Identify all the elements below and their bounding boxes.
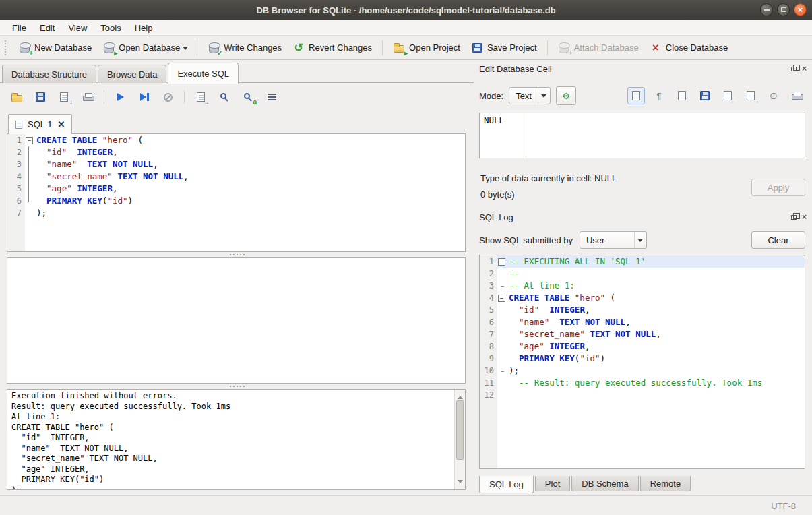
log-filter-combo[interactable]: User xyxy=(580,231,647,249)
cell-editor[interactable]: NULL xyxy=(479,113,805,158)
set-null-button[interactable]: ∅ xyxy=(765,87,782,104)
tab-remote[interactable]: Remote xyxy=(640,476,691,491)
line-number: 5 xyxy=(480,304,497,316)
import-cell-button[interactable]: ← xyxy=(719,87,737,104)
mode-combo[interactable]: Text xyxy=(509,87,551,104)
maximize-button[interactable] xyxy=(777,3,790,16)
chevron-down-icon xyxy=(541,94,546,100)
save-sql-file-button[interactable] xyxy=(32,88,49,106)
fold-guide xyxy=(497,280,506,292)
open-project-button[interactable]: ▸ Open Project xyxy=(387,39,466,57)
code-line: 12 xyxy=(480,389,805,401)
execute-line-button[interactable] xyxy=(135,88,153,106)
save-cell-button[interactable] xyxy=(696,87,714,104)
save-project-button[interactable]: Save Project xyxy=(466,39,542,57)
close-database-button[interactable]: × Close Database xyxy=(644,39,734,57)
sql-editor-code[interactable]: 1CREATE TABLE "hero" (2 "id" INTEGER,3 "… xyxy=(7,134,465,251)
menu-file[interactable]: File xyxy=(5,21,33,35)
execute-all-icon xyxy=(117,93,124,101)
fold-marker-icon[interactable] xyxy=(497,255,506,268)
tab-sql-log[interactable]: SQL Log xyxy=(479,476,534,493)
main-tabbar: Database Structure Browse Data Execute S… xyxy=(2,62,240,83)
tab-plot[interactable]: Plot xyxy=(535,476,570,491)
line-number: 1 xyxy=(7,134,25,146)
open-database-dropdown[interactable] xyxy=(183,47,188,53)
sql-editor[interactable]: 1CREATE TABLE "hero" (2 "id" INTEGER,3 "… xyxy=(7,133,466,252)
sql-tab-1[interactable]: SQL 1 ✕ xyxy=(8,114,72,134)
edit-preferences-button[interactable]: ⚙ xyxy=(556,86,576,105)
fold-guide xyxy=(25,171,34,183)
code-text: -- At line 1: xyxy=(506,280,805,292)
print-cell-button[interactable] xyxy=(788,87,805,104)
combo-arrow-area xyxy=(538,88,550,104)
save-icon xyxy=(700,91,710,100)
execution-log-pane[interactable]: Execution finished without errors. Resul… xyxy=(7,389,466,490)
export-cell-button[interactable]: → xyxy=(742,87,759,104)
tab-execute-sql[interactable]: Execute SQL xyxy=(168,63,239,84)
dock-float-icon[interactable] xyxy=(791,215,797,220)
dock-float-icon[interactable] xyxy=(791,67,797,71)
menu-edit[interactable]: Edit xyxy=(33,21,61,35)
code-line: 1-- EXECUTING ALL IN 'SQL 1' xyxy=(480,255,805,268)
code-text: -- EXECUTING ALL IN 'SQL 1' xyxy=(506,255,805,268)
save-project-icon xyxy=(471,42,483,54)
execute-all-button[interactable] xyxy=(112,88,129,106)
splitter-grid-log[interactable] xyxy=(7,384,466,389)
line-number: 12 xyxy=(480,389,497,401)
save-sql-file-as-button[interactable]: ↓ xyxy=(55,88,73,106)
stop-execution-button[interactable] xyxy=(159,88,177,106)
new-database-button[interactable]: + New Database xyxy=(13,39,97,57)
fold-guide xyxy=(25,207,34,219)
line-number: 4 xyxy=(480,292,497,304)
dock-close-icon[interactable]: × xyxy=(802,213,807,221)
toolbar-handle[interactable] xyxy=(5,40,7,55)
clear-log-button[interactable]: Clear xyxy=(751,231,805,249)
tab-db-schema[interactable]: DB Schema xyxy=(571,476,638,491)
revert-changes-button[interactable]: ↺ Revert Changes xyxy=(287,39,377,57)
copy-cell-button[interactable] xyxy=(673,87,691,104)
menu-tools[interactable]: Tools xyxy=(94,21,127,35)
auto-format-button[interactable] xyxy=(263,88,280,106)
close-window-button[interactable]: × xyxy=(794,3,807,16)
chevron-down-icon xyxy=(637,239,643,245)
scroll-down-icon[interactable] xyxy=(458,480,463,486)
results-grid[interactable] xyxy=(7,258,466,384)
sql-toolbar-separator xyxy=(104,90,104,104)
tab-browse-data[interactable]: Browse Data xyxy=(98,65,166,83)
set-null-icon: ∅ xyxy=(770,92,777,100)
tab-close-icon[interactable]: ✕ xyxy=(57,119,65,129)
find-replace-button[interactable]: a xyxy=(239,88,257,106)
attach-database-button[interactable]: + Attach Database xyxy=(553,39,644,57)
code-line: 2-- xyxy=(480,268,805,280)
splitter-editor-grid[interactable] xyxy=(7,252,466,258)
write-changes-button[interactable]: ✓ Write Changes xyxy=(202,39,287,57)
menubar: File Edit View Tools Help xyxy=(0,20,812,36)
sql-log-view[interactable]: 1-- EXECUTING ALL IN 'SQL 1'2--3-- At li… xyxy=(479,255,805,469)
dock-close-icon[interactable]: × xyxy=(802,65,807,73)
scrollbar-thumb[interactable] xyxy=(456,400,464,460)
minimize-button[interactable] xyxy=(760,3,773,16)
code-line: 2 "id" INTEGER, xyxy=(7,146,465,158)
apply-button[interactable]: Apply xyxy=(751,179,805,196)
fold-marker-icon[interactable] xyxy=(497,292,506,304)
word-wrap-button[interactable]: ¶ xyxy=(650,87,668,104)
menu-view[interactable]: View xyxy=(61,21,94,35)
text-view-button[interactable] xyxy=(627,87,645,104)
tab-database-structure[interactable]: Database Structure xyxy=(2,65,96,83)
code-text: "secret_name" TEXT NOT NULL, xyxy=(506,328,805,340)
open-database-button[interactable]: ▸ Open Database xyxy=(97,39,185,57)
find-button[interactable] xyxy=(216,88,233,106)
export-results-button[interactable]: → xyxy=(192,88,210,106)
code-line: 3-- At line 1: xyxy=(480,280,805,292)
results-scrollbar[interactable] xyxy=(454,390,465,489)
open-sql-file-button[interactable] xyxy=(8,88,26,106)
fold-marker-icon[interactable] xyxy=(25,134,34,146)
menu-help[interactable]: Help xyxy=(128,21,160,35)
open-database-icon: ▸ xyxy=(102,42,115,54)
scroll-up-icon[interactable] xyxy=(458,393,463,399)
code-text: -- xyxy=(506,268,805,280)
encoding-indicator[interactable]: UTF-8 xyxy=(771,501,796,511)
cell-icon-group: ¶ ← → ∅ xyxy=(627,87,805,104)
attach-database-icon: + xyxy=(558,42,570,54)
print-sql-button[interactable] xyxy=(79,88,96,106)
